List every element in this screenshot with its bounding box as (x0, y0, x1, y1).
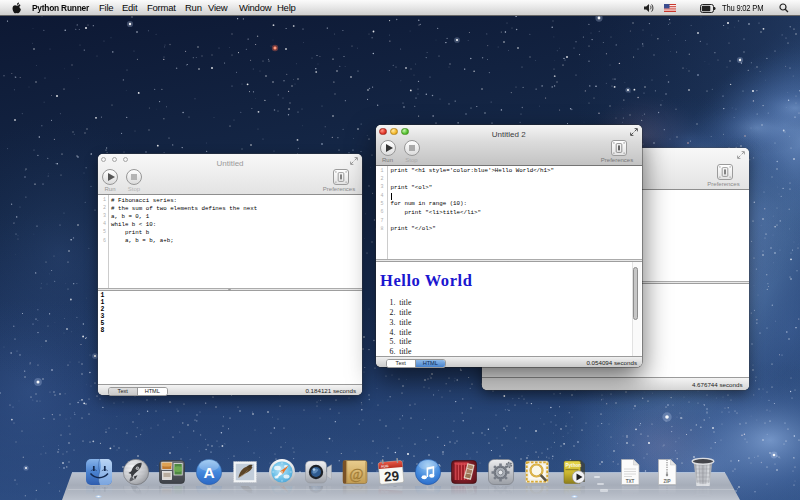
svg-text:AUG: AUG (381, 489, 389, 494)
svg-text:TXT: TXT (626, 478, 635, 483)
svg-text:Python: Python (565, 490, 581, 495)
svg-text:29: 29 (383, 486, 399, 490)
svg-text:@: @ (349, 486, 363, 494)
svg-text:Python: Python (565, 463, 581, 468)
svg-text:@: @ (349, 464, 363, 481)
svg-text:AUG: AUG (381, 463, 389, 468)
svg-text:ZIP: ZIP (663, 478, 670, 483)
svg-text:29: 29 (383, 468, 399, 484)
